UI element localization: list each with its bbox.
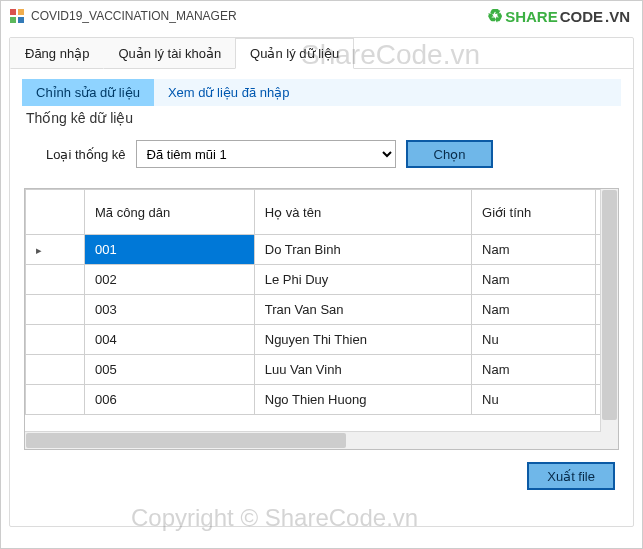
brand-share: SHARE <box>505 8 558 25</box>
cell-gender[interactable]: Nam <box>472 355 596 385</box>
tab-panel-data: Chỉnh sửa dữ liệu Xem dữ liệu đã nhập Th… <box>10 69 633 502</box>
brand-tld: .VN <box>605 8 630 25</box>
tab-container: Đăng nhập Quản lý tài khoản Quản lý dữ l… <box>9 37 634 527</box>
section-title: Thống kê dữ liệu <box>24 106 619 136</box>
col-gender[interactable]: Giới tính <box>472 190 596 235</box>
cell-id[interactable]: 003 <box>85 295 255 325</box>
cell-id[interactable]: 006 <box>85 385 255 415</box>
tab-data[interactable]: Quản lý dữ liệu <box>235 38 354 69</box>
cell-gender[interactable]: Nam <box>472 235 596 265</box>
subtab-edit[interactable]: Chỉnh sửa dữ liệu <box>22 79 154 106</box>
main-tabs: Đăng nhập Quản lý tài khoản Quản lý dữ l… <box>10 37 633 69</box>
vertical-scrollbar[interactable] <box>600 189 618 449</box>
cell-name[interactable]: Do Tran Binh <box>254 235 471 265</box>
cell-name[interactable]: Le Phi Duy <box>254 265 471 295</box>
svg-rect-0 <box>10 9 16 15</box>
tab-accounts[interactable]: Quản lý tài khoản <box>103 38 236 69</box>
svg-rect-2 <box>10 17 16 23</box>
col-name[interactable]: Họ và tên <box>254 190 471 235</box>
cell-id[interactable]: 001 <box>85 235 255 265</box>
cell-id[interactable]: 004 <box>85 325 255 355</box>
row-header[interactable] <box>26 355 85 385</box>
table-row[interactable]: 002 Le Phi Duy Nam 15/ <box>26 265 620 295</box>
brand-code: CODE <box>560 8 603 25</box>
cell-gender[interactable]: Nam <box>472 265 596 295</box>
cell-name[interactable]: Nguyen Thi Thien <box>254 325 471 355</box>
export-row: Xuất file <box>24 450 619 490</box>
tab-login[interactable]: Đăng nhập <box>10 38 104 69</box>
row-header[interactable] <box>26 235 85 265</box>
table-row[interactable]: 005 Luu Van Vinh Nam 23/ <box>26 355 620 385</box>
table-row[interactable]: 001 Do Tran Binh Nam 20/ <box>26 235 620 265</box>
cell-gender[interactable]: Nu <box>472 385 596 415</box>
app-icon <box>9 8 25 24</box>
table-row[interactable]: 006 Ngo Thien Huong Nu 22/ <box>26 385 620 415</box>
brand-logo: ♻ SHARECODE.VN <box>487 7 630 25</box>
app-window: COVID19_VACCINATION_MANAGER ♻ SHARECODE.… <box>0 0 643 549</box>
table-row[interactable]: 004 Nguyen Thi Thien Nu 14/ <box>26 325 620 355</box>
subtab-view[interactable]: Xem dữ liệu đã nhập <box>154 79 304 106</box>
recycle-icon: ♻ <box>487 7 503 25</box>
filter-button[interactable]: Chọn <box>406 140 494 168</box>
row-header[interactable] <box>26 385 85 415</box>
row-header[interactable] <box>26 325 85 355</box>
cell-name[interactable]: Ngo Thien Huong <box>254 385 471 415</box>
cell-name[interactable]: Luu Van Vinh <box>254 355 471 385</box>
data-grid: Mã công dân Họ và tên Giới tính Ng 001 D… <box>24 188 619 450</box>
table-row[interactable]: 003 Tran Van San Nam 27/ <box>26 295 620 325</box>
export-button[interactable]: Xuất file <box>527 462 615 490</box>
window-title: COVID19_VACCINATION_MANAGER <box>31 9 237 23</box>
filter-combo[interactable]: Đã tiêm mũi 1 <box>136 140 396 168</box>
svg-rect-3 <box>18 17 24 23</box>
filter-row: Loại thống kê Đã tiêm mũi 1 Chọn <box>24 136 619 182</box>
svg-rect-1 <box>18 9 24 15</box>
grid-header-row: Mã công dân Họ và tên Giới tính Ng <box>26 190 620 235</box>
cell-name[interactable]: Tran Van San <box>254 295 471 325</box>
horizontal-scroll-thumb[interactable] <box>26 433 346 448</box>
cell-id[interactable]: 005 <box>85 355 255 385</box>
horizontal-scrollbar[interactable] <box>25 431 601 449</box>
cell-gender[interactable]: Nu <box>472 325 596 355</box>
row-header[interactable] <box>26 295 85 325</box>
filter-label: Loại thống kê <box>26 147 126 162</box>
cell-id[interactable]: 002 <box>85 265 255 295</box>
grid-table: Mã công dân Họ và tên Giới tính Ng 001 D… <box>25 189 619 415</box>
col-id[interactable]: Mã công dân <box>85 190 255 235</box>
cell-gender[interactable]: Nam <box>472 295 596 325</box>
vertical-scroll-thumb[interactable] <box>602 190 617 420</box>
row-header[interactable] <box>26 265 85 295</box>
grid-corner[interactable] <box>26 190 85 235</box>
sub-tabs: Chỉnh sửa dữ liệu Xem dữ liệu đã nhập <box>22 79 621 106</box>
